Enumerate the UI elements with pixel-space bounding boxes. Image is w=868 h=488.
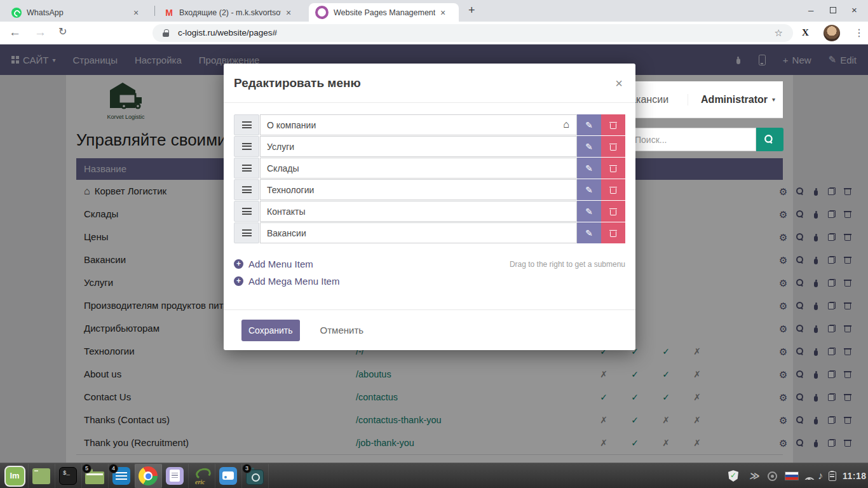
pencil-icon: ✎ (585, 121, 593, 130)
nvidia-tray-icon[interactable] (768, 463, 777, 488)
close-icon[interactable]: × (613, 74, 625, 92)
delete-menu-item-button[interactable] (601, 136, 625, 157)
menu-kebab-icon[interactable]: ⋮ (854, 27, 864, 39)
close-icon[interactable]: × (133, 8, 139, 18)
browser-tabstrip: WhatsApp × M Входящие (2) - m.k.skvortso… (0, 0, 868, 22)
drag-hint: Drag to the right to get a submenu (510, 260, 625, 269)
menu-item-input[interactable] (261, 142, 576, 152)
bars-icon (242, 229, 252, 236)
drag-handle[interactable] (234, 222, 259, 243)
cast-app-launcher[interactable] (215, 464, 242, 488)
menu-item-row: ✎ (234, 158, 625, 179)
edit-menu-item-button[interactable]: ✎ (577, 201, 601, 222)
edit-menu-item-button[interactable]: ✎ (577, 158, 601, 179)
menu-item-row: ✎ (234, 222, 625, 243)
new-tab-button[interactable]: + (468, 4, 475, 17)
trash-icon (610, 208, 616, 215)
document-viewer-launcher[interactable] (161, 464, 189, 488)
wifi-icon[interactable] (803, 463, 815, 488)
document-icon (166, 467, 184, 485)
drag-handle[interactable] (234, 201, 259, 222)
screenshot-tool-launcher[interactable]: 3 (241, 464, 269, 488)
taskbar: lm 5 4 3 ✓ ≫ ♪ 11:18 (0, 463, 868, 488)
minimize-button[interactable]: – (808, 4, 813, 15)
clock[interactable]: 11:18 (843, 471, 867, 481)
music-note-icon[interactable]: ♪ (818, 463, 823, 488)
bookmark-star-icon[interactable]: ☆ (775, 27, 783, 39)
keyboard-layout-flag-icon[interactable] (785, 463, 799, 488)
lock-icon[interactable] (163, 29, 169, 37)
bars-icon (242, 121, 252, 128)
menu-item-input[interactable] (261, 185, 576, 195)
cast-icon (219, 467, 237, 485)
window-close-button[interactable]: × (851, 4, 857, 15)
extension-x-icon[interactable]: X (802, 27, 809, 38)
chrome-icon (139, 466, 158, 485)
search-button[interactable] (756, 128, 783, 151)
chrome-launcher[interactable] (135, 464, 162, 488)
close-icon[interactable]: × (440, 8, 445, 18)
user-menu[interactable]: Administrator ▾ (688, 94, 775, 105)
modal-body: ⌂ ✎ ✎ ✎ ✎ (224, 103, 635, 309)
drag-handle[interactable] (234, 136, 259, 157)
url-text[interactable]: c-logist.ru/website/pages# (178, 28, 277, 37)
back-button[interactable]: ← (9, 25, 21, 39)
shield-check-tray-icon[interactable]: ✓ (728, 463, 738, 488)
drag-handle[interactable] (234, 179, 259, 200)
gmail-icon: M (164, 8, 174, 18)
show-desktop-button[interactable] (28, 464, 55, 488)
terminal-icon (59, 467, 77, 485)
close-icon[interactable]: × (286, 8, 291, 18)
menu-item-field (260, 158, 577, 179)
pencil-icon: ✎ (585, 142, 593, 151)
tab-title: Входящие (2) - m.k.skvortsov (179, 8, 281, 17)
eric-ide-launcher[interactable] (188, 464, 215, 488)
window-count-badge: 4 (109, 464, 118, 473)
save-button[interactable]: Сохранить (241, 320, 300, 341)
add-mega-menu-item-link[interactable]: Add Mega Menu Item (234, 273, 339, 290)
address-bar[interactable]: c-logist.ru/website/pages# ☆ (153, 24, 793, 42)
edit-menu-item-button[interactable]: ✎ (577, 136, 601, 157)
maximize-button[interactable] (830, 4, 836, 15)
edit-menu-item-button[interactable]: ✎ (577, 114, 601, 135)
avatar[interactable] (824, 25, 840, 41)
text-editor-launcher[interactable]: 4 (108, 464, 135, 488)
mint-menu-button[interactable]: lm (1, 464, 29, 488)
clipboard-icon[interactable] (829, 463, 836, 488)
browser-toolbar: ← → ↻ c-logist.ru/website/pages# ☆ X ⋮ (0, 22, 868, 44)
add-menu-item-link[interactable]: Add Menu Item (234, 255, 339, 273)
menu-item-row: ✎ (234, 201, 625, 222)
cancel-button[interactable]: Отменить (316, 324, 368, 336)
tab-title: Website Pages Management | (334, 8, 435, 17)
tab-gmail[interactable]: M Входящие (2) - m.k.skvortsov × (158, 3, 306, 22)
tab-website-pages[interactable]: Website Pages Management | × (309, 3, 459, 22)
drag-handle[interactable] (234, 114, 259, 135)
edit-menu-item-button[interactable]: ✎ (577, 222, 601, 243)
menu-item-field: ⌂ (260, 114, 577, 135)
reload-button[interactable]: ↻ (58, 25, 67, 37)
menu-item-field (260, 136, 577, 157)
drag-handle[interactable] (234, 158, 259, 179)
delete-menu-item-button[interactable] (601, 222, 625, 243)
menu-item-input[interactable] (261, 120, 576, 130)
file-manager-launcher[interactable]: 5 (81, 464, 109, 488)
modal-header: Редактировать меню × (224, 64, 635, 103)
forward-button[interactable]: → (34, 25, 46, 39)
screen: WhatsApp × M Входящие (2) - m.k.skvortso… (0, 0, 868, 488)
delete-menu-item-button[interactable] (601, 158, 625, 179)
delete-menu-item-button[interactable] (601, 201, 625, 222)
search-input[interactable] (627, 128, 756, 151)
menu-item-input[interactable] (261, 163, 576, 173)
search-icon (764, 135, 773, 144)
edit-menu-item-button[interactable]: ✎ (577, 179, 601, 200)
bars-icon (242, 208, 252, 215)
menu-item-field (260, 201, 577, 222)
delete-menu-item-button[interactable] (601, 179, 625, 200)
menu-item-input[interactable] (261, 207, 576, 217)
sync-tray-icon[interactable]: ≫ (750, 463, 760, 488)
desktop-icon (32, 468, 50, 484)
terminal-launcher[interactable] (55, 464, 82, 488)
tab-whatsapp[interactable]: WhatsApp × (5, 3, 153, 22)
menu-item-input[interactable] (261, 228, 576, 238)
delete-menu-item-button[interactable] (601, 114, 625, 135)
